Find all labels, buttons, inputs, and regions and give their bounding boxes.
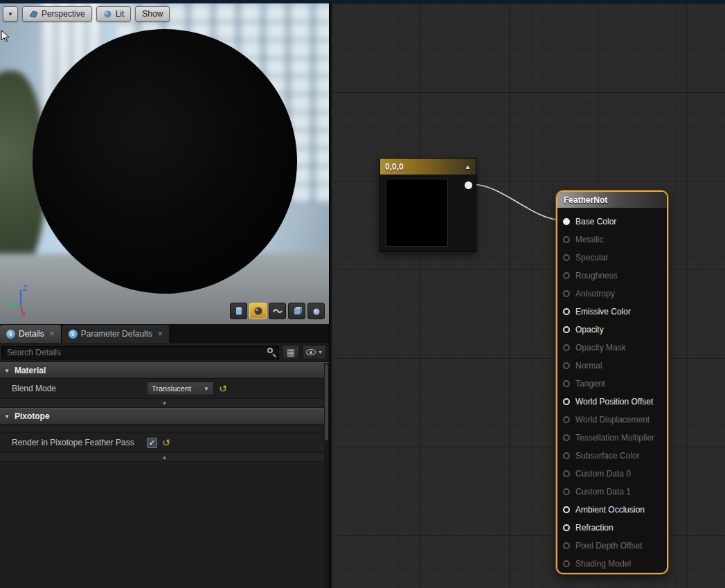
perspective-label: Perspective <box>42 9 85 19</box>
cube-icon <box>292 306 302 316</box>
lit-button[interactable]: Lit <box>96 6 132 21</box>
material-output-node[interactable]: FeatherNot Base ColorMetallicSpecularRou… <box>556 190 668 574</box>
material-pin-row[interactable]: Emissive Color <box>563 303 661 321</box>
preview-shape-cylinder-button[interactable] <box>230 303 247 319</box>
blend-mode-dropdown[interactable]: Translucent ▼ <box>147 382 214 395</box>
details-empty-area <box>0 462 329 573</box>
constant-node-title: 0,0,0 <box>385 162 404 172</box>
close-icon[interactable]: × <box>50 329 55 339</box>
perspective-icon <box>29 10 38 19</box>
section-pixotope-title: Pixotope <box>15 411 50 421</box>
pin-label: Specular <box>575 253 608 262</box>
output-pin[interactable] <box>465 181 472 189</box>
preview-shape-teapot-button[interactable] <box>307 303 325 319</box>
tab-details-label: Details <box>19 329 44 339</box>
chevron-down-icon: ▼ <box>8 11 13 17</box>
preview-shape-sphere-button[interactable] <box>249 303 267 319</box>
material-pin-row[interactable]: Base Color <box>563 213 661 231</box>
input-pin-icon[interactable] <box>563 452 570 459</box>
plane-icon <box>273 306 283 316</box>
lit-label: Lit <box>116 9 125 19</box>
input-pin-icon[interactable] <box>563 398 570 405</box>
blend-mode-row: Blend Mode Translucent ▼ ↺ <box>0 379 329 399</box>
material-pin-row[interactable]: Refraction <box>563 519 661 537</box>
input-pin-icon[interactable] <box>563 308 570 315</box>
material-pin-row[interactable]: Tessellation Multiplier <box>563 429 661 447</box>
input-pin-icon[interactable] <box>563 434 570 441</box>
search-field-wrap <box>2 346 279 359</box>
input-pin-icon[interactable] <box>563 254 570 261</box>
input-pin-icon[interactable] <box>563 236 570 243</box>
input-pin-icon[interactable] <box>563 542 570 549</box>
pixotope-collapse-expander[interactable]: ▲ <box>0 453 329 462</box>
input-pin-icon[interactable] <box>563 218 570 225</box>
material-pin-row[interactable]: Custom Data 0 <box>563 465 661 483</box>
input-pin-icon[interactable] <box>563 362 570 369</box>
close-icon[interactable]: × <box>158 329 163 339</box>
material-pin-row[interactable]: Opacity <box>563 321 661 339</box>
material-pin-row[interactable]: Normal <box>563 357 661 375</box>
pin-label: World Displacement <box>575 415 650 425</box>
material-advanced-expander[interactable]: ▼ <box>0 399 329 408</box>
search-details-input[interactable] <box>2 346 279 359</box>
section-header-pixotope[interactable]: ▼ Pixotope <box>0 408 329 425</box>
teapot-icon <box>312 306 321 316</box>
material-node-titlebar[interactable]: FeatherNot <box>557 192 667 208</box>
perspective-button[interactable]: Perspective <box>22 6 92 21</box>
material-pin-row[interactable]: World Displacement <box>563 411 661 429</box>
input-pin-icon[interactable] <box>563 380 570 387</box>
material-pin-row[interactable]: Roughness <box>563 267 661 285</box>
material-pin-row[interactable]: Ambient Occlusion <box>563 501 661 519</box>
details-scrollbar[interactable] <box>324 363 329 588</box>
tab-details[interactable]: i Details × <box>0 325 61 343</box>
material-graph-canvas[interactable]: 0,0,0 ▲ FeatherNot Base ColorMetallicSpe… <box>332 3 725 588</box>
material-pin-row[interactable]: Metallic <box>563 231 661 249</box>
tab-parameter-defaults[interactable]: i Parameter Defaults × <box>62 325 169 343</box>
constant-color-node[interactable]: 0,0,0 ▲ <box>379 158 476 252</box>
pin-label: World Position Offset <box>575 397 653 407</box>
material-pin-row[interactable]: Custom Data 1 <box>563 483 661 501</box>
material-pin-row[interactable]: Specular <box>563 249 661 267</box>
input-pin-icon[interactable] <box>563 524 570 531</box>
material-pin-row[interactable]: Tangent <box>563 375 661 393</box>
material-pin-row[interactable]: Shading Model <box>563 555 661 573</box>
reset-to-default-icon[interactable]: ↺ <box>162 438 170 447</box>
pin-label: Refraction <box>575 523 614 533</box>
constant-node-titlebar[interactable]: 0,0,0 ▲ <box>380 159 476 175</box>
color-preview-swatch <box>386 179 448 247</box>
material-editor-window: ▼ Perspective Lit Show <box>0 0 725 588</box>
pin-label: Roughness <box>575 271 618 280</box>
show-button[interactable]: Show <box>135 6 170 21</box>
input-pin-icon[interactable] <box>563 488 570 495</box>
input-pin-icon[interactable] <box>563 290 570 297</box>
input-pin-icon[interactable] <box>563 470 570 477</box>
material-pin-row[interactable]: Pixel Depth Offset <box>563 537 661 555</box>
blend-mode-value: Translucent <box>152 384 191 393</box>
property-matrix-button[interactable]: ▦ <box>282 345 300 359</box>
material-pin-row[interactable]: Subsurface Color <box>563 447 661 465</box>
section-header-material[interactable]: ▼ Material <box>0 362 329 379</box>
view-options-button[interactable]: ▼ <box>303 345 326 359</box>
preview-mesh-sphere <box>33 29 297 294</box>
input-pin-icon[interactable] <box>563 344 570 351</box>
feather-pass-checkbox[interactable]: ✓ <box>147 438 157 448</box>
material-pin-row[interactable]: Anisotropy <box>563 285 661 303</box>
sphere-icon <box>253 306 263 316</box>
pin-label: Normal <box>575 361 602 371</box>
viewport-options-button[interactable]: ▼ <box>3 6 18 21</box>
material-pin-row[interactable]: Opacity Mask <box>563 339 661 357</box>
input-pin-icon[interactable] <box>563 326 570 333</box>
reset-to-default-icon[interactable]: ↺ <box>219 384 227 393</box>
input-pin-icon[interactable] <box>563 506 570 513</box>
material-pin-row[interactable]: World Position Offset <box>563 393 661 411</box>
node-collapse-icon[interactable]: ▲ <box>465 163 471 170</box>
scrollbar-thumb[interactable] <box>325 364 328 440</box>
input-pin-icon[interactable] <box>563 560 570 567</box>
input-pin-icon[interactable] <box>563 272 570 279</box>
pin-label: Subsurface Color <box>575 451 640 461</box>
input-pin-icon[interactable] <box>563 416 570 423</box>
search-icon <box>267 348 276 356</box>
preview-shape-plane-button[interactable] <box>269 303 286 319</box>
preview-viewport[interactable]: ▼ Perspective Lit Show <box>0 3 330 324</box>
preview-shape-cube-button[interactable] <box>288 303 305 319</box>
